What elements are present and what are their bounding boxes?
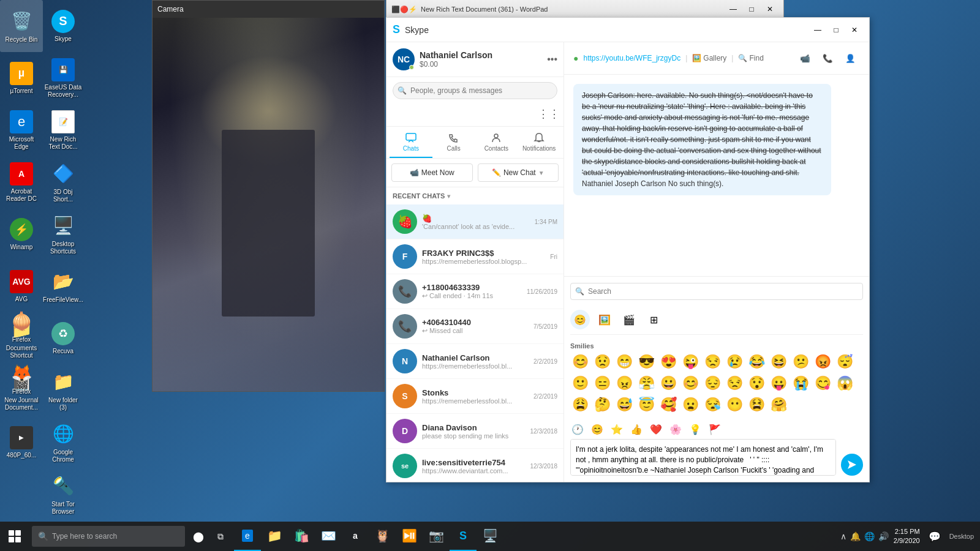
skype-maximize-button[interactable]: □ [827,23,845,37]
chat-item[interactable]: 📞 +4064310440 ↩ Missed call 7/5/2019 [386,309,564,344]
icon-desktop-shortcuts[interactable]: 🖥️ Desktop Shortcuts [42,208,85,260]
audio-call-button[interactable]: 📞 [818,48,837,68]
taskbar-app-media[interactable]: ⏯️ [396,522,423,551]
chat-item[interactable]: S Stonks https://rememeberlessfool.bl...… [386,379,564,414]
emoji-item[interactable]: 🥰 [658,395,679,414]
icon-google-chrome[interactable]: 🌐 Google Chrome [42,416,85,468]
emoji-item[interactable]: 😱 [835,373,855,393]
taskbar-app-amazon[interactable]: a [342,522,369,551]
heart-icon[interactable]: ❤️ [649,422,663,437]
chat-item[interactable]: F FR3AKY PRINC3$$ https://rememeberlessf… [386,239,564,274]
chat-link[interactable]: https://youtu.be/WFE_jrzgyDc [583,54,680,62]
new-chat-button[interactable]: ✏️ New Chat ▼ [478,163,559,182]
emoji-item[interactable]: 😠 [614,373,635,393]
chat-item[interactable]: D Diana Davison please stop sending me l… [386,414,564,449]
lightbulb-icon[interactable]: 💡 [688,422,703,437]
emoji-item[interactable]: 😁 [614,352,635,372]
tray-notification-icon[interactable]: 🔔 [850,531,861,541]
find-link[interactable]: 🔍 Find [738,54,763,62]
chat-item[interactable]: N Nathaniel Carlson https://rememeberles… [386,344,564,379]
smiley-tab[interactable]: 😊 [570,310,590,329]
emoji-item[interactable]: 😂 [747,352,767,372]
recent-chats-header[interactable]: RECENT CHATS ▾ [386,187,564,204]
emoji-item[interactable]: 😴 [835,352,855,372]
taskbar-app-camera[interactable]: 📷 [423,522,450,551]
emoji-item[interactable]: 😜 [680,352,701,372]
nav-notifications[interactable]: Notifications [518,127,560,158]
skype-search-input[interactable] [393,82,557,99]
emoji-item[interactable]: 🤔 [592,395,612,414]
icon-utorrent[interactable]: µ µTorrent [0,52,43,104]
nav-contacts[interactable]: Contacts [475,127,518,158]
custom-tab[interactable]: ⊞ [644,310,663,329]
tray-expand-icon[interactable]: ∧ [840,531,846,541]
icon-recycle-bin[interactable]: 🗑️ Recycle Bin [0,0,43,52]
icon-480p[interactable]: ▶ 480P_60... [0,416,43,468]
emoji-item[interactable]: 🤗 [769,395,789,414]
emoji-item[interactable]: 😪 [703,395,723,414]
tray-network-icon[interactable]: 🌐 [864,531,875,541]
icon-recuva[interactable]: ♻ Recuva [42,312,85,364]
emoji-item[interactable]: 😟 [592,352,612,372]
flower-icon[interactable]: 🌸 [668,422,683,437]
action-center-button[interactable]: 💬 [925,527,944,546]
clock-icon[interactable]: 🕐 [570,422,585,437]
skype-minimize-button[interactable]: — [809,23,826,37]
wordpad-maximize-button[interactable]: □ [743,2,760,16]
video-call-button[interactable]: 📹 [795,48,815,68]
icon-new-folder[interactable]: 📁 New folder (3) [42,364,85,416]
taskbar-app-tripadvisor[interactable]: 🦉 [369,522,396,551]
cortana-button[interactable]: ⬤ [187,525,209,547]
wordpad-close-button[interactable]: ✕ [761,2,778,16]
icon-3d-obj[interactable]: 🔷 3D Obj Short... [42,156,85,208]
taskbar-app-server[interactable]: 🖥️ [477,522,503,551]
emoji-item[interactable]: 😔 [703,373,723,393]
start-button[interactable] [0,522,29,551]
icon-firefox[interactable]: 🦊 Firefox [0,352,43,404]
nav-calls[interactable]: Calls [432,127,475,158]
chat-item[interactable]: se live:sensitiveterrie754 https://www.d… [386,449,564,482]
taskbar-app-store[interactable]: 🛍️ [288,522,315,551]
mojis-tab[interactable]: 🎬 [619,310,639,329]
emoji-item[interactable]: 😯 [747,373,767,393]
task-view-button[interactable]: ⧉ [209,525,232,547]
desktop-button[interactable]: Desktop [949,533,974,540]
emoji-item[interactable]: 😋 [813,373,833,393]
message-input[interactable]: I'm not a jerk lolita, despite 'appearan… [570,439,836,476]
wordpad-minimize-button[interactable]: — [725,2,742,16]
chat-item[interactable]: 🍓 🍓 'Can/cannot' look at as 'evide... 1:… [386,204,564,239]
emoji-item[interactable]: 😊 [570,352,590,372]
gallery-link[interactable]: 🖼️ Gallery [692,54,726,62]
icon-edge[interactable]: e Microsoft Edge [0,104,43,156]
emoji-item[interactable]: 😎 [636,352,657,372]
taskbar-app-edge[interactable]: e [234,522,261,551]
emoji-item[interactable]: 😕 [791,352,811,372]
skype-more-button[interactable]: ••• [547,54,557,65]
emoji-item[interactable]: 😦 [680,395,701,414]
emoji-item[interactable]: 😇 [636,395,657,414]
emoji-item[interactable]: 😒 [725,373,745,393]
flag-icon[interactable]: 🚩 [707,422,722,437]
taskbar-app-skype[interactable]: S [450,522,477,551]
chat-item[interactable]: 📞 +118004633339 ↩ Call ended · 14m 11s 1… [386,274,564,309]
emoji-item[interactable]: 😩 [570,395,590,414]
nav-chats[interactable]: Chats [390,127,432,158]
emoji-item[interactable]: 😒 [703,352,723,372]
emoji-item[interactable]: 😀 [658,373,679,393]
emoji-item[interactable]: 😑 [592,373,612,393]
emoji-item[interactable]: 😆 [769,352,789,372]
skype-grid-button[interactable]: ⋮⋮ [539,104,559,124]
smiley-extra-icon[interactable]: 😊 [590,422,605,437]
emoji-search-input[interactable] [570,283,863,300]
emoji-item[interactable]: 😊 [680,373,701,393]
add-contact-button[interactable]: 👤 [840,48,860,68]
icon-start-tor[interactable]: 🔦 Start Tor Browser [42,468,85,520]
tray-volume-icon[interactable]: 🔊 [878,531,889,541]
taskbar-search-input[interactable] [52,532,179,541]
emoji-item[interactable]: 😭 [791,373,811,393]
send-button[interactable] [841,454,863,476]
emoji-item[interactable]: 😶 [725,395,745,414]
emoji-item[interactable]: 😤 [636,373,657,393]
taskbar-app-mail[interactable]: ✉️ [315,522,342,551]
thumbsup-icon[interactable]: 👍 [629,422,644,437]
